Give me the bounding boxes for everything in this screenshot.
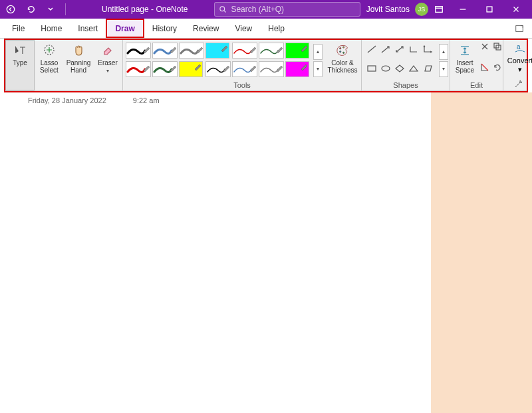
svg-rect-5 bbox=[487, 7, 492, 12]
shapes-gallery-scroll[interactable]: ▴ ▾ bbox=[438, 40, 450, 80]
window-title: Untitled page - OneNote bbox=[102, 5, 188, 14]
pen-swatch[interactable] bbox=[259, 43, 284, 59]
shape-ellipse[interactable] bbox=[380, 63, 392, 74]
ribbon: Type Lasso Select Panning Hand Eraser ▾ … bbox=[5, 40, 527, 91]
up-arrow-icon[interactable]: ▴ bbox=[313, 44, 323, 60]
arrange-icon[interactable] bbox=[492, 41, 503, 60]
shapes-gallery[interactable] bbox=[362, 40, 438, 80]
shape-triangle[interactable] bbox=[408, 63, 420, 74]
window-layout-icon[interactable] bbox=[431, 1, 447, 17]
delete-icon[interactable] bbox=[479, 41, 490, 60]
search-input[interactable]: Search (Alt+Q) bbox=[214, 2, 360, 17]
eraser-tool[interactable]: Eraser ▾ bbox=[93, 40, 122, 90]
menu-home[interactable]: Home bbox=[33, 19, 70, 38]
svg-text:a: a bbox=[517, 43, 521, 51]
shape-rect[interactable] bbox=[366, 63, 378, 74]
menu-draw[interactable]: Draw bbox=[106, 19, 144, 38]
svg-rect-2 bbox=[436, 7, 443, 13]
page-time: 9:22 am bbox=[133, 96, 160, 104]
pen-swatch[interactable] bbox=[232, 43, 257, 59]
insert-space-icon bbox=[458, 44, 471, 57]
shape-double-arrow[interactable] bbox=[394, 44, 406, 55]
svg-line-23 bbox=[481, 64, 488, 70]
pen-icon bbox=[220, 44, 228, 52]
highlighter-swatch[interactable] bbox=[179, 61, 203, 77]
hand-icon bbox=[72, 44, 85, 57]
edit-icons bbox=[479, 40, 503, 80]
pen-swatch[interactable] bbox=[232, 61, 257, 77]
highlighter-swatch[interactable] bbox=[285, 61, 309, 77]
pin-ribbon-icon[interactable] bbox=[515, 78, 524, 89]
lasso-select-tool[interactable]: Lasso Select bbox=[35, 40, 64, 90]
back-button[interactable] bbox=[3, 1, 19, 17]
svg-rect-15 bbox=[368, 66, 376, 71]
menu-history[interactable]: History bbox=[144, 19, 185, 38]
highlighter-swatch[interactable] bbox=[205, 43, 229, 59]
user-name[interactable]: Jovit Santos bbox=[366, 5, 410, 14]
maximize-button[interactable] bbox=[476, 0, 503, 19]
axis-toggle-icon[interactable] bbox=[479, 62, 490, 80]
pen-gallery[interactable] bbox=[123, 40, 312, 80]
ribbon-highlight: Type Lasso Select Panning Hand Eraser ▾ … bbox=[4, 39, 528, 92]
page-date: Friday, 28 January 2022 bbox=[28, 96, 106, 104]
pen-icon bbox=[300, 63, 308, 70]
svg-point-13 bbox=[343, 47, 344, 48]
chevron-down-icon: ▾ bbox=[518, 65, 522, 74]
svg-line-16 bbox=[382, 47, 389, 53]
page-canvas[interactable]: Friday, 28 January 2022 9:22 am bbox=[0, 92, 431, 413]
color-thickness-button[interactable]: Color & Thickness bbox=[324, 40, 361, 80]
share-button[interactable] bbox=[511, 19, 528, 38]
type-tool[interactable]: Type bbox=[5, 40, 35, 90]
shape-line[interactable] bbox=[366, 44, 378, 55]
menu-view[interactable]: View bbox=[227, 19, 260, 38]
shape-elbow[interactable] bbox=[408, 44, 420, 55]
menu-file[interactable]: File bbox=[4, 19, 33, 38]
menu-help[interactable]: Help bbox=[260, 19, 293, 38]
qat-dropdown-icon[interactable] bbox=[43, 1, 59, 17]
insert-space-button[interactable]: Insert Space bbox=[450, 40, 479, 80]
menu-bar: File Home Insert Draw History Review Vie… bbox=[0, 19, 532, 39]
svg-rect-8 bbox=[516, 25, 523, 31]
undo-button[interactable] bbox=[23, 1, 39, 17]
pen-swatch[interactable] bbox=[205, 61, 231, 77]
palette-icon bbox=[336, 44, 349, 57]
group-label-shapes: Shapes bbox=[362, 80, 450, 90]
shape-diamond[interactable] bbox=[394, 63, 406, 74]
up-arrow-icon[interactable]: ▴ bbox=[439, 44, 448, 60]
lasso-icon bbox=[43, 44, 56, 57]
menu-review[interactable]: Review bbox=[185, 19, 227, 38]
svg-point-17 bbox=[382, 66, 390, 71]
group-label-edit: Edit bbox=[450, 80, 503, 90]
down-arrow-icon[interactable]: ▾ bbox=[439, 61, 448, 77]
highlighter-swatch[interactable] bbox=[285, 43, 309, 59]
search-icon bbox=[219, 5, 227, 13]
pen-swatch[interactable] bbox=[126, 61, 151, 77]
pen-swatch[interactable] bbox=[126, 43, 151, 59]
panning-hand-tool[interactable]: Panning Hand bbox=[64, 40, 93, 90]
group-label-tools: Tools bbox=[123, 80, 361, 90]
pen-swatch[interactable] bbox=[179, 43, 204, 59]
svg-point-12 bbox=[343, 52, 344, 53]
minimize-button[interactable] bbox=[450, 0, 476, 19]
svg-line-18 bbox=[396, 47, 403, 52]
pen-swatch[interactable] bbox=[152, 43, 178, 59]
menu-insert[interactable]: Insert bbox=[70, 19, 106, 38]
pen-swatch[interactable] bbox=[152, 61, 178, 77]
convert-icon: a bbox=[513, 43, 527, 56]
title-bar: Untitled page - OneNote Search (Alt+Q) J… bbox=[0, 0, 532, 19]
side-panel[interactable] bbox=[431, 92, 532, 413]
pen-swatch[interactable] bbox=[259, 61, 284, 77]
user-avatar[interactable]: JS bbox=[415, 3, 428, 16]
down-arrow-icon[interactable]: ▾ bbox=[313, 61, 323, 77]
pen-icon bbox=[300, 44, 308, 52]
shape-arrow[interactable] bbox=[380, 44, 392, 55]
pen-icon bbox=[194, 63, 201, 70]
close-button[interactable] bbox=[503, 0, 529, 19]
svg-point-11 bbox=[340, 51, 341, 53]
page-area: Friday, 28 January 2022 9:22 am bbox=[0, 92, 532, 413]
shape-axis2d[interactable] bbox=[422, 44, 434, 55]
separator bbox=[65, 3, 66, 15]
pen-gallery-scroll[interactable]: ▴ ▾ bbox=[312, 40, 324, 80]
shape-parallelogram[interactable] bbox=[422, 63, 434, 74]
rotate-icon[interactable] bbox=[492, 62, 503, 80]
